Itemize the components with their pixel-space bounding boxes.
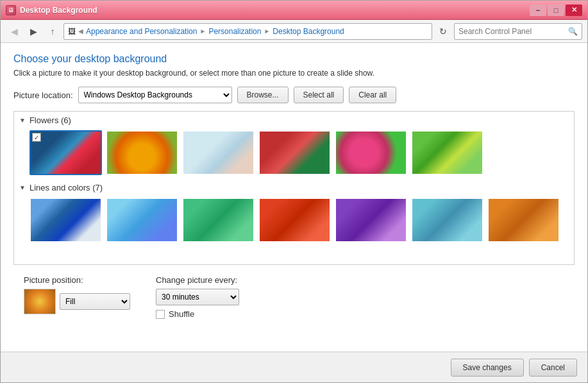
change-every-row: 10 seconds 30 seconds 1 minute 2 minutes…	[156, 289, 239, 305]
cancel-button[interactable]: Cancel	[529, 359, 577, 377]
thumbnail-f1	[31, 132, 101, 174]
picture-location-select[interactable]: Windows Desktop Backgrounds	[78, 87, 232, 103]
gallery-item[interactable]	[335, 130, 407, 175]
path-segment3[interactable]: Desktop Background	[273, 27, 344, 36]
picture-position-label: Picture position:	[24, 275, 130, 285]
thumbnail-lc7	[489, 199, 559, 241]
path-segment1[interactable]: Appearance and Personalization	[86, 27, 197, 36]
lines-gallery-grid	[19, 198, 569, 243]
picture-location-label: Picture location:	[13, 90, 73, 100]
gallery-item[interactable]	[258, 130, 331, 175]
thumbnail-f6	[412, 132, 482, 174]
search-icon: 🔍	[568, 27, 578, 36]
gallery-group-lines: ▼ Lines and colors (7)	[14, 179, 574, 246]
lines-group-label: Lines and colors (7)	[29, 183, 103, 192]
lines-expand-arrow: ▼	[19, 184, 26, 191]
app-icon: 🖥	[6, 5, 16, 15]
lines-group-header[interactable]: ▼ Lines and colors (7)	[19, 183, 569, 192]
thumbnail-lc1	[31, 199, 101, 241]
thumbnail-lc6	[412, 199, 482, 241]
thumbnail-lc2	[107, 199, 177, 241]
page-title: Choose your desktop background	[13, 53, 575, 65]
desktop-background-window: 🖥 Desktop Background − □ ✕ ◀ ▶ ↑ 🖼 ◀ App…	[0, 0, 588, 383]
flowers-group-label: Flowers (6)	[29, 115, 71, 125]
page-subtitle: Click a picture to make it your desktop …	[13, 69, 575, 78]
search-box: 🔍	[454, 23, 582, 40]
shuffle-label: Shuffle	[169, 309, 194, 319]
thumbnail-f5	[336, 132, 406, 174]
bottom-controls: Picture position: Fill Fit Stretch Tile …	[13, 275, 575, 319]
path-icon: 🖼	[68, 27, 76, 36]
position-thumb-image	[24, 289, 55, 314]
flowers-gallery-grid: ✓	[19, 130, 569, 175]
save-changes-button[interactable]: Save changes	[451, 359, 524, 377]
sep1: ◀	[78, 28, 83, 35]
thumbnail-f3	[183, 132, 253, 174]
sep2: ►	[199, 28, 206, 35]
minimize-button[interactable]: −	[530, 4, 546, 16]
position-select[interactable]: Fill Fit Stretch Tile Center Span	[60, 293, 130, 310]
forward-button[interactable]: ▶	[25, 24, 42, 39]
shuffle-checkbox[interactable]	[156, 310, 165, 319]
gallery-item[interactable]	[106, 198, 178, 243]
checkmark-f1: ✓	[32, 133, 41, 142]
gallery-item[interactable]	[106, 130, 178, 175]
picture-position-row: Fill Fit Stretch Tile Center Span	[24, 289, 130, 314]
clear-button[interactable]: Clear all	[349, 87, 396, 103]
thumbnail-lc3	[183, 199, 253, 241]
select-all-button[interactable]: Select all	[294, 87, 344, 103]
window-title: Desktop Background	[20, 6, 97, 15]
gallery-item[interactable]	[258, 198, 331, 243]
gallery-item[interactable]	[335, 198, 407, 243]
title-bar: 🖥 Desktop Background − □ ✕	[1, 1, 587, 20]
gallery-container: ▼ Flowers (6) ✓	[13, 111, 575, 265]
browse-button[interactable]: Browse...	[237, 87, 289, 103]
maximize-button[interactable]: □	[548, 4, 564, 16]
up-button[interactable]: ↑	[44, 24, 61, 39]
refresh-button[interactable]: ↻	[435, 23, 451, 40]
change-every-select[interactable]: 10 seconds 30 seconds 1 minute 2 minutes…	[156, 289, 239, 305]
shuffle-row: Shuffle	[156, 309, 239, 319]
footer: Save changes Cancel	[1, 352, 587, 382]
picture-position-group: Picture position: Fill Fit Stretch Tile …	[24, 275, 130, 314]
picture-location-row: Picture location: Windows Desktop Backgr…	[13, 87, 575, 103]
gallery-item[interactable]	[411, 130, 483, 175]
flowers-expand-arrow: ▼	[19, 117, 26, 124]
gallery-item[interactable]	[182, 130, 255, 175]
gallery-item[interactable]	[487, 198, 560, 243]
gallery-item[interactable]: ✓	[29, 130, 102, 175]
change-every-label: Change picture every:	[156, 275, 239, 285]
title-bar-controls: − □ ✕	[530, 4, 582, 16]
address-bar: ◀ ▶ ↑ 🖼 ◀ Appearance and Personalization…	[1, 20, 587, 43]
thumbnail-lc5	[336, 199, 406, 241]
thumbnail-f2	[107, 132, 177, 174]
title-bar-left: 🖥 Desktop Background	[6, 5, 97, 15]
thumbnail-f4	[260, 132, 330, 174]
content-area: Choose your desktop background Click a p…	[1, 43, 587, 382]
position-thumbnail	[24, 289, 56, 314]
change-picture-group: Change picture every: 10 seconds 30 seco…	[156, 275, 239, 319]
sep3: ►	[264, 28, 270, 35]
gallery-item[interactable]	[29, 198, 102, 243]
path-segment2[interactable]: Personalization	[208, 27, 261, 36]
flowers-group-header[interactable]: ▼ Flowers (6)	[19, 115, 569, 125]
gallery-item[interactable]	[411, 198, 483, 243]
search-input[interactable]	[458, 27, 566, 36]
address-path: 🖼 ◀ Appearance and Personalization ► Per…	[63, 23, 432, 40]
gallery-group-flowers: ▼ Flowers (6) ✓	[14, 112, 574, 179]
thumbnail-lc4	[260, 199, 330, 241]
back-button[interactable]: ◀	[6, 24, 22, 39]
close-button[interactable]: ✕	[566, 4, 582, 16]
gallery-item[interactable]	[182, 198, 255, 243]
